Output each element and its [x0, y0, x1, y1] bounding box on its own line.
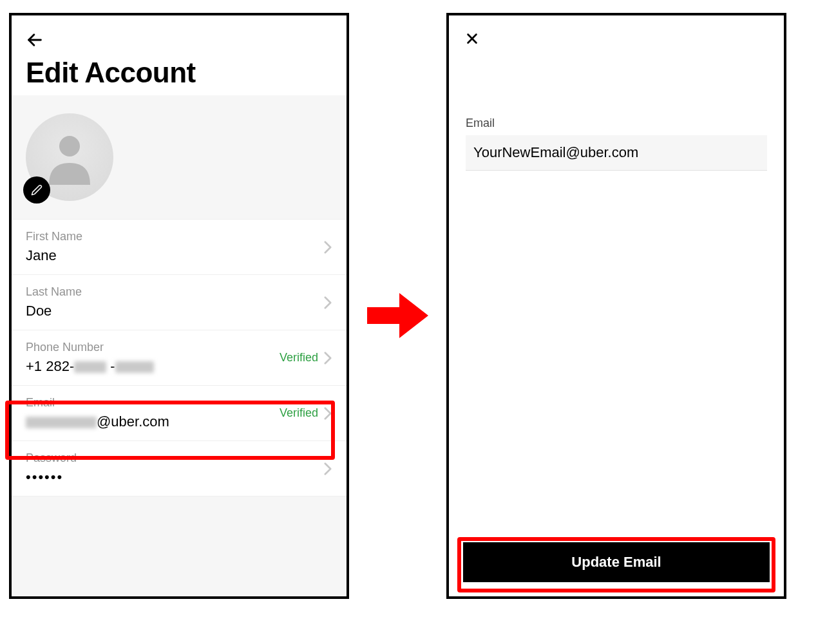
- field-content: Email @uber.com: [26, 396, 280, 430]
- svg-point-1: [59, 136, 80, 156]
- redacted-segment: [115, 361, 154, 373]
- header: [449, 15, 784, 62]
- back-arrow-icon[interactable]: [26, 30, 46, 50]
- field-content: First Name Jane: [26, 230, 323, 264]
- phone-verified-status: Verified: [280, 351, 318, 365]
- chevron-right-icon: [323, 462, 332, 476]
- phone-value: +1 282- -: [26, 358, 280, 375]
- email-suffix: @uber.com: [97, 413, 169, 430]
- email-value: @uber.com: [26, 413, 280, 430]
- first-name-label: First Name: [26, 230, 323, 243]
- update-email-button[interactable]: Update Email: [463, 542, 770, 582]
- edit-account-screen: Edit Account First Name Jane: [9, 13, 349, 599]
- button-container: Update Email: [463, 542, 770, 582]
- first-name-value: Jane: [26, 247, 323, 264]
- field-content: Password ••••••: [26, 451, 323, 486]
- password-row[interactable]: Password ••••••: [12, 441, 347, 497]
- first-name-row[interactable]: First Name Jane: [12, 220, 347, 275]
- password-value: ••••••: [26, 469, 323, 486]
- email-verified-status: Verified: [280, 406, 318, 420]
- phone-row[interactable]: Phone Number +1 282- - Verified: [12, 330, 347, 386]
- email-field-label: Email: [466, 117, 767, 130]
- empty-space: [12, 497, 347, 599]
- last-name-value: Doe: [26, 303, 323, 319]
- avatar-wrapper: [26, 113, 113, 201]
- close-icon[interactable]: [463, 30, 481, 48]
- phone-prefix: +1 282-: [26, 358, 74, 374]
- chevron-right-icon: [323, 296, 332, 310]
- avatar-section: [12, 95, 347, 220]
- flow-arrow-icon: [367, 293, 428, 338]
- email-form: Email: [449, 117, 784, 171]
- header: Edit Account: [12, 15, 347, 95]
- edit-avatar-icon[interactable]: [23, 176, 50, 204]
- field-content: Last Name Doe: [26, 285, 323, 319]
- chevron-right-icon: [323, 351, 332, 365]
- chevron-right-icon: [323, 240, 332, 254]
- password-label: Password: [26, 451, 323, 465]
- last-name-row[interactable]: Last Name Doe: [12, 275, 347, 330]
- chevron-right-icon: [323, 406, 332, 421]
- page-title: Edit Account: [26, 57, 332, 89]
- update-email-screen: Email Update Email: [446, 13, 786, 599]
- redacted-segment: [74, 361, 106, 373]
- email-input[interactable]: [466, 135, 767, 171]
- email-label: Email: [26, 396, 280, 410]
- email-row[interactable]: Email @uber.com Verified: [12, 386, 347, 441]
- field-content: Phone Number +1 282- -: [26, 341, 280, 375]
- last-name-label: Last Name: [26, 285, 323, 299]
- redacted-segment: [26, 417, 97, 428]
- phone-label: Phone Number: [26, 341, 280, 354]
